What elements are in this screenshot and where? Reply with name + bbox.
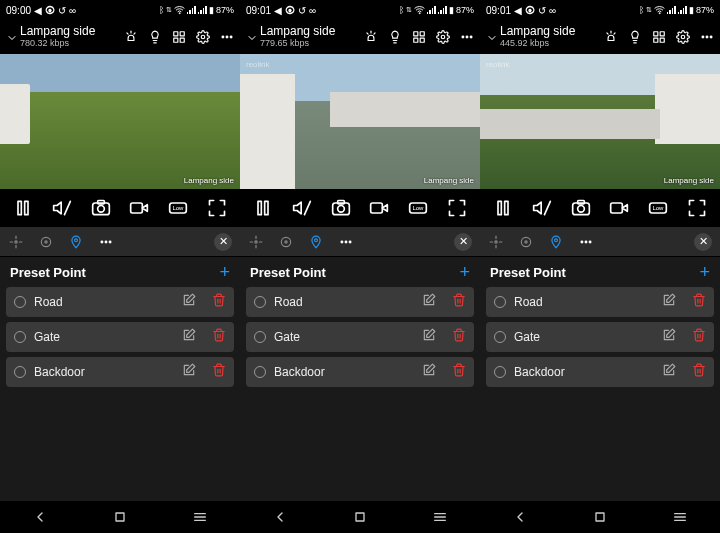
preset-radio[interactable] bbox=[14, 296, 26, 308]
preset-radio[interactable] bbox=[494, 366, 506, 378]
ptz-preset-tab[interactable] bbox=[548, 234, 564, 250]
add-preset-button[interactable]: + bbox=[459, 262, 470, 283]
nav-recent-button[interactable] bbox=[431, 508, 449, 526]
alarm-icon[interactable] bbox=[124, 30, 138, 44]
preset-delete-button[interactable] bbox=[212, 293, 226, 311]
preset-delete-button[interactable] bbox=[452, 293, 466, 311]
nav-recent-button[interactable] bbox=[191, 508, 209, 526]
preset-radio[interactable] bbox=[14, 331, 26, 343]
ptz-preset-tab[interactable] bbox=[308, 234, 324, 250]
preset-delete-button[interactable] bbox=[452, 328, 466, 346]
multiview-icon[interactable] bbox=[172, 30, 186, 44]
ptz-more-tab[interactable] bbox=[338, 234, 354, 250]
preset-edit-button[interactable] bbox=[422, 363, 436, 381]
ptz-more-tab[interactable] bbox=[578, 234, 594, 250]
pause-button[interactable] bbox=[492, 197, 514, 219]
ptz-close-button[interactable]: ✕ bbox=[694, 233, 712, 251]
preset-edit-button[interactable] bbox=[662, 363, 676, 381]
light-icon[interactable] bbox=[388, 30, 402, 44]
video-preview[interactable]: reolink Lampang side bbox=[480, 54, 720, 189]
preset-item[interactable]: Gate bbox=[486, 322, 714, 352]
preset-radio[interactable] bbox=[14, 366, 26, 378]
preset-radio[interactable] bbox=[494, 331, 506, 343]
nav-back-button[interactable] bbox=[511, 508, 529, 526]
nav-recent-button[interactable] bbox=[671, 508, 689, 526]
nav-home-button[interactable] bbox=[351, 508, 369, 526]
preset-item[interactable]: Backdoor bbox=[486, 357, 714, 387]
settings-icon[interactable] bbox=[676, 30, 690, 44]
preset-delete-button[interactable] bbox=[212, 363, 226, 381]
fullscreen-button[interactable] bbox=[446, 197, 468, 219]
ptz-move-tab[interactable] bbox=[488, 234, 504, 250]
ptz-focus-tab[interactable] bbox=[518, 234, 534, 250]
quality-button[interactable]: Low bbox=[647, 197, 669, 219]
add-preset-button[interactable]: + bbox=[699, 262, 710, 283]
snapshot-button[interactable] bbox=[90, 197, 112, 219]
preset-delete-button[interactable] bbox=[212, 328, 226, 346]
snapshot-button[interactable] bbox=[330, 197, 352, 219]
record-button[interactable] bbox=[368, 197, 390, 219]
nav-back-button[interactable] bbox=[271, 508, 289, 526]
mute-button[interactable] bbox=[531, 197, 553, 219]
preset-item[interactable]: Backdoor bbox=[6, 357, 234, 387]
multiview-icon[interactable] bbox=[412, 30, 426, 44]
quality-button[interactable]: Low bbox=[407, 197, 429, 219]
snapshot-button[interactable] bbox=[570, 197, 592, 219]
fullscreen-button[interactable] bbox=[686, 197, 708, 219]
ptz-more-tab[interactable] bbox=[98, 234, 114, 250]
preset-edit-button[interactable] bbox=[422, 328, 436, 346]
nav-home-button[interactable] bbox=[111, 508, 129, 526]
ptz-focus-tab[interactable] bbox=[38, 234, 54, 250]
settings-icon[interactable] bbox=[436, 30, 450, 44]
quality-button[interactable]: Low bbox=[167, 197, 189, 219]
light-icon[interactable] bbox=[148, 30, 162, 44]
preset-edit-button[interactable] bbox=[422, 293, 436, 311]
nav-home-button[interactable] bbox=[591, 508, 609, 526]
nav-back-button[interactable] bbox=[31, 508, 49, 526]
ptz-close-button[interactable]: ✕ bbox=[214, 233, 232, 251]
preset-item[interactable]: Gate bbox=[246, 322, 474, 352]
preset-delete-button[interactable] bbox=[692, 293, 706, 311]
preset-item[interactable]: Road bbox=[246, 287, 474, 317]
preset-item[interactable]: Gate bbox=[6, 322, 234, 352]
settings-icon[interactable] bbox=[196, 30, 210, 44]
preset-radio[interactable] bbox=[254, 296, 266, 308]
ptz-move-tab[interactable] bbox=[8, 234, 24, 250]
ptz-preset-tab[interactable] bbox=[68, 234, 84, 250]
preset-edit-button[interactable] bbox=[182, 293, 196, 311]
preset-item[interactable]: Backdoor bbox=[246, 357, 474, 387]
preset-item[interactable]: Road bbox=[486, 287, 714, 317]
camera-dropdown[interactable] bbox=[486, 32, 496, 42]
video-preview[interactable]: reolink Lampang side bbox=[240, 54, 480, 189]
preset-edit-button[interactable] bbox=[182, 363, 196, 381]
add-preset-button[interactable]: + bbox=[219, 262, 230, 283]
mute-button[interactable] bbox=[291, 197, 313, 219]
preset-edit-button[interactable] bbox=[182, 328, 196, 346]
preset-delete-button[interactable] bbox=[452, 363, 466, 381]
pause-button[interactable] bbox=[12, 197, 34, 219]
mute-button[interactable] bbox=[51, 197, 73, 219]
light-icon[interactable] bbox=[628, 30, 642, 44]
alarm-icon[interactable] bbox=[604, 30, 618, 44]
camera-dropdown[interactable] bbox=[246, 32, 256, 42]
more-icon[interactable] bbox=[220, 30, 234, 44]
multiview-icon[interactable] bbox=[652, 30, 666, 44]
record-button[interactable] bbox=[128, 197, 150, 219]
preset-edit-button[interactable] bbox=[662, 328, 676, 346]
preset-edit-button[interactable] bbox=[662, 293, 676, 311]
ptz-focus-tab[interactable] bbox=[278, 234, 294, 250]
preset-delete-button[interactable] bbox=[692, 363, 706, 381]
preset-radio[interactable] bbox=[494, 296, 506, 308]
preset-radio[interactable] bbox=[254, 331, 266, 343]
more-icon[interactable] bbox=[700, 30, 714, 44]
more-icon[interactable] bbox=[460, 30, 474, 44]
record-button[interactable] bbox=[608, 197, 630, 219]
ptz-move-tab[interactable] bbox=[248, 234, 264, 250]
fullscreen-button[interactable] bbox=[206, 197, 228, 219]
preset-item[interactable]: Road bbox=[6, 287, 234, 317]
ptz-close-button[interactable]: ✕ bbox=[454, 233, 472, 251]
preset-delete-button[interactable] bbox=[692, 328, 706, 346]
pause-button[interactable] bbox=[252, 197, 274, 219]
camera-dropdown[interactable] bbox=[6, 32, 16, 42]
preset-radio[interactable] bbox=[254, 366, 266, 378]
